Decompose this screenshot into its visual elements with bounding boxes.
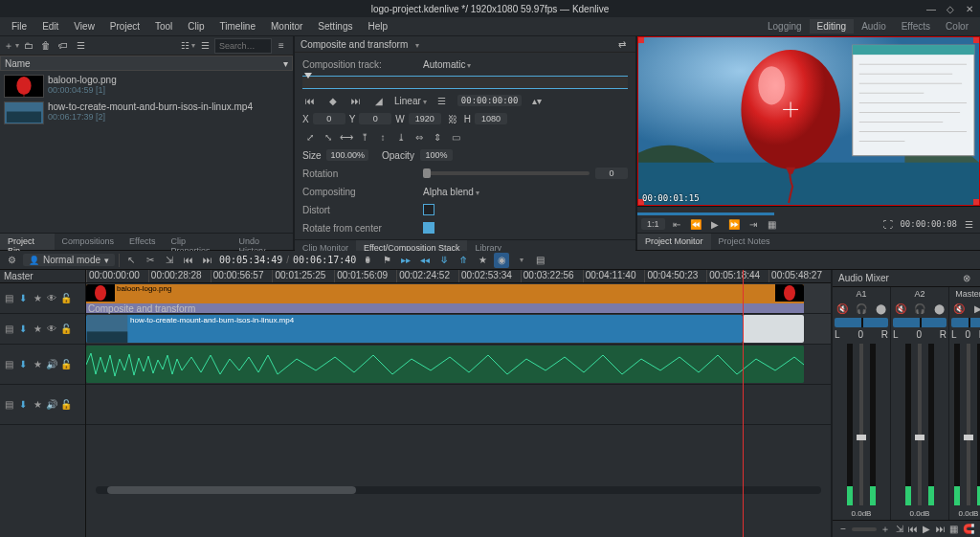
db-value[interactable]: 0.0dB [910,509,930,518]
menu-help[interactable]: Help [361,19,396,34]
effect-tc[interactable]: 00:00:00:00 [457,95,523,106]
position-tc[interactable]: 00:05:34:49 [219,255,282,265]
effect-settings-icon[interactable]: ⇄ [614,36,630,52]
duration-tc[interactable]: 00:06:17:40 [293,255,356,265]
bin-column-header[interactable]: Name▾ [0,56,293,71]
fader[interactable] [967,344,970,505]
kf-menu-icon[interactable]: ☰ [434,93,450,108]
play-icon[interactable]: ▶ [922,522,931,537]
tab-undo-history[interactable]: Undo History [232,234,294,250]
target-icon[interactable]: ⬇ [17,399,29,411]
effects-icon[interactable]: ★ [32,399,43,411]
chevron-down-icon[interactable] [413,39,419,50]
y-field[interactable]: 0 [359,113,391,124]
track-header-v2[interactable]: ▤ ⬇ ★ 👁 🔓 [0,283,85,314]
marker-icon[interactable]: ⚑ [379,253,394,268]
add-clip-button[interactable]: ＋ [4,38,19,54]
preview-render-icon[interactable]: ◉ [494,253,509,268]
mute-icon[interactable]: 🔇 [835,301,850,316]
fit-zoom-icon[interactable]: ⇲ [894,522,903,537]
record-icon[interactable]: ⬤ [931,301,947,316]
effects-icon[interactable]: ★ [32,293,43,304]
transition-clip[interactable]: Composite and transform [86,303,804,313]
zoom-dropdown[interactable]: 1:1 [641,218,665,230]
overwrite-icon[interactable]: ◂◂ [417,253,433,268]
rotation-field[interactable]: 0 [595,168,628,179]
fit-height-icon[interactable]: ⇕ [430,129,445,145]
rewind-icon[interactable]: ⏪ [688,216,703,232]
layout-audio[interactable]: Audio [854,19,894,34]
playhead[interactable] [743,270,744,537]
zone-in-icon[interactable]: ⇤ [669,216,684,232]
prev-icon[interactable]: ⏮ [908,522,918,537]
menu-clip[interactable]: Clip [180,19,212,34]
menu-icon[interactable]: ☰ [197,38,212,54]
preview-menu-icon[interactable] [513,253,528,268]
menu-edit[interactable]: Edit [34,19,66,34]
db-value[interactable]: 0.0dB [959,509,979,518]
effects-icon[interactable]: ★ [32,359,43,370]
panel-menu-icon[interactable]: ≡ [274,38,289,54]
layout-editing[interactable]: Editing [810,19,855,34]
zoom-out-icon[interactable]: − [838,522,848,537]
menu-settings[interactable]: Settings [310,19,360,34]
align-vcenter-icon[interactable]: ↕ [375,129,390,145]
tab-effects[interactable]: Effects [122,234,163,250]
tab-project-bin[interactable]: Project Bin [0,234,55,250]
zone-out-icon[interactable]: ⇥ [746,216,761,232]
menu-view[interactable]: View [66,19,102,34]
track-header-a2[interactable]: ▤ ⬇ ★ 🔊 🔓 [0,385,85,425]
minimize-icon[interactable]: — [924,2,938,15]
layout-effects[interactable]: Effects [894,19,938,34]
mute-icon[interactable]: 👁 [46,324,57,335]
tab-project-notes[interactable]: Project Notes [711,234,778,250]
track-v2[interactable]: baloon-logo.png Composite and transform [86,283,831,314]
mute-icon[interactable]: 👁 [46,293,57,304]
balance-slider[interactable] [951,318,980,327]
zoom-in-icon[interactable]: ＋ [880,522,890,537]
rotation-slider[interactable] [423,171,590,175]
composition-track-value[interactable]: Automatic [423,59,628,70]
opacity-field[interactable]: 100% [420,149,453,161]
align-hcenter-icon[interactable]: ⤡ [321,129,336,145]
fit-width-icon[interactable]: ⇔ [412,129,427,145]
align-left-icon[interactable]: ⤢ [302,129,318,145]
favorite-icon[interactable]: ★ [475,253,490,268]
grid-icon[interactable]: ▦ [765,216,780,232]
av-icon[interactable]: ▤ [532,253,547,268]
layout-color[interactable]: Color [938,19,976,34]
thumbnails-icon[interactable]: ▦ [949,522,959,537]
x-field[interactable]: 0 [313,113,345,124]
search-input[interactable] [214,38,272,54]
prev-keyframe-icon[interactable]: ⏮ [302,93,318,108]
tag-icon[interactable]: 🏷 [56,38,71,54]
monitor-canvas[interactable]: 00:00:01:15 [637,36,980,206]
bin-item[interactable]: baloon-logo.png 00:00:04:59 [1] [2,73,291,100]
balance-slider[interactable] [835,318,888,327]
db-value[interactable]: 0.0dB [852,509,872,518]
next-icon[interactable]: ⏭ [935,522,945,537]
tab-compositions[interactable]: Compositions [55,234,122,250]
fader[interactable] [918,344,922,505]
headphone-icon[interactable]: 🎧 [854,301,869,316]
clip-v1[interactable]: how-to-create-mount-and-burn-isos-in-lin… [86,315,743,343]
w-field[interactable]: 1920 [409,113,441,124]
gear-icon[interactable]: ⚙ [4,253,19,268]
fullscreen-icon[interactable]: ⛶ [880,216,896,232]
tab-project-monitor[interactable]: Project Monitor [637,234,711,250]
fader[interactable] [859,344,863,505]
maximize-icon[interactable]: ◇ [944,2,957,15]
track-v1[interactable]: how-to-create-mount-and-burn-isos-in-lin… [86,314,831,345]
align-right-icon[interactable]: ⟷ [339,129,354,145]
mute-icon[interactable]: 🔇 [893,301,908,316]
cut-icon[interactable]: ⧯ [360,253,375,268]
menu-project[interactable]: Project [102,19,147,34]
monitor-menu-icon[interactable]: ☰ [961,216,976,232]
next-keyframe-icon[interactable]: ⏭ [348,93,364,108]
tracks-area[interactable]: 00:00:00:0000:00:28:2800:00:56:5700:01:2… [86,270,831,537]
spacer-tool-icon[interactable]: ⇲ [162,253,177,268]
time-ruler[interactable]: 00:00:00:0000:00:28:2800:00:56:5700:01:2… [86,270,831,283]
clip-a1[interactable]: how-to-create-mount-and-burn-isos-in-lin… [86,346,804,383]
lift-icon[interactable]: ⤊ [456,253,471,268]
target-icon[interactable]: ⬇ [17,359,29,370]
